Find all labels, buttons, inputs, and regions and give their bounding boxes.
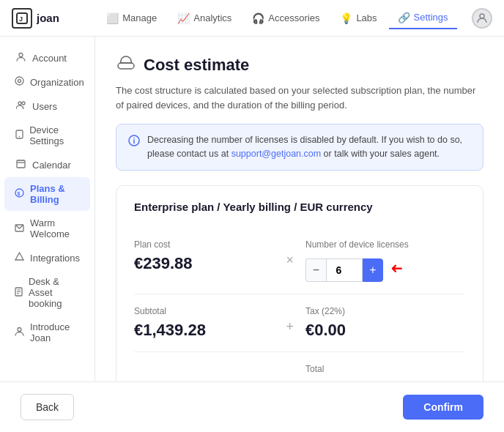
device-icon — [15, 130, 23, 141]
svg-marker-17 — [15, 253, 23, 260]
tax-value: €0.00 — [305, 321, 465, 340]
svg-point-26 — [133, 138, 135, 139]
cost-card: Enterprise plan / Yearly billing / EUR c… — [116, 185, 483, 382]
plan-cost-value: €239.88 — [134, 254, 277, 273]
sidebar-item-desk-booking[interactable]: Desk & Asset booking — [4, 270, 90, 315]
sidebar-item-organization[interactable]: Organization — [4, 70, 90, 94]
svg-point-22 — [18, 328, 21, 332]
nav-analytics[interactable]: 📈 Analytics — [168, 8, 240, 29]
calendar-icon — [15, 159, 26, 171]
nav-right — [472, 8, 492, 29]
logo-icon: J — [12, 8, 32, 29]
decrease-license-button[interactable]: − — [305, 258, 326, 282]
tax-label: Tax (22%) — [305, 306, 465, 316]
cost-row-total: Total €0.00 Billed Yearly — [134, 352, 465, 382]
sidebar-item-users[interactable]: Users — [4, 94, 90, 118]
introduce-icon — [15, 327, 24, 338]
increase-license-button[interactable]: + — [363, 258, 383, 282]
desk-icon — [15, 287, 23, 299]
sidebar-label-account: Account — [32, 53, 67, 64]
sidebar-label-welcome: Warm Welcome — [30, 217, 80, 239]
cost-row-subtotal: Subtotal €1,439.28 + Tax (22%) €0.00 — [134, 294, 465, 352]
nav-settings[interactable]: 🔗 Settings — [389, 7, 457, 29]
svg-point-4 — [15, 77, 23, 85]
account-icon — [15, 52, 26, 64]
layout: Account Organization Users Device Settin… — [0, 37, 504, 381]
logo: J joan — [12, 8, 59, 29]
subtotal-cell: Subtotal €1,439.28 + — [134, 306, 294, 340]
nav-labs[interactable]: 💡 Labs — [331, 8, 385, 29]
sidebar-label-org: Organization — [30, 77, 84, 88]
licenses-label: Number of device licenses — [305, 239, 465, 250]
info-icon — [128, 134, 140, 152]
bottom-actions: Back Confirm — [0, 381, 504, 432]
license-counter: − + — [305, 258, 383, 282]
settings-icon: 🔗 — [398, 12, 410, 23]
sidebar-item-calendar[interactable]: Calendar — [4, 153, 90, 176]
org-icon — [15, 76, 24, 88]
cost-card-title: Enterprise plan / Yearly billing / EUR c… — [134, 201, 465, 213]
page-title: Cost estimate — [144, 56, 249, 75]
licenses-cell: Number of device licenses − + ➜ — [305, 239, 465, 282]
sidebar-label-billing: Plans & Billing — [30, 183, 80, 205]
multiply-operator: × — [286, 239, 294, 268]
plus-operator: + — [286, 306, 294, 335]
svg-text:J: J — [19, 15, 23, 23]
svg-text:$: $ — [18, 191, 21, 197]
page-description: The cost structure is calculated based o… — [116, 83, 483, 112]
sidebar-item-warm-welcome[interactable]: Warm Welcome — [4, 212, 90, 245]
sidebar-item-integrations[interactable]: Integrations — [4, 246, 90, 269]
red-arrow-icon: ➜ — [390, 259, 403, 277]
integrations-icon — [15, 252, 24, 264]
total-cell: Total €0.00 Billed Yearly — [305, 364, 465, 382]
sidebar-item-device-settings[interactable]: Device Settings — [4, 119, 90, 152]
sidebar-label-introduce: Introduce Joan — [30, 321, 80, 343]
info-banner: Decreasing the number of licenses is dis… — [116, 124, 483, 171]
cost-row-plan: Plan cost €239.88 × Number of device lic… — [134, 228, 465, 294]
svg-point-3 — [19, 53, 23, 57]
labs-icon: 💡 — [340, 12, 352, 24]
billing-icon: $ — [15, 188, 24, 200]
sidebar-item-account[interactable]: Account — [4, 46, 90, 70]
sidebar-label-desk: Desk & Asset booking — [29, 276, 80, 309]
plan-cost-cell: Plan cost €239.88 × — [134, 239, 294, 282]
sidebar-label-device: Device Settings — [29, 124, 80, 146]
nav-manage[interactable]: ⬜ Manage — [97, 8, 166, 29]
users-icon — [15, 100, 26, 112]
sidebar-item-introduce-joan[interactable]: Introduce Joan — [4, 316, 90, 349]
svg-rect-8 — [16, 130, 23, 138]
avatar-button[interactable] — [472, 8, 492, 29]
sidebar-label-users: Users — [32, 101, 57, 112]
svg-point-5 — [18, 80, 21, 83]
welcome-icon — [15, 223, 24, 234]
page-header-icon — [116, 54, 136, 76]
confirm-button[interactable]: Confirm — [403, 395, 483, 420]
manage-icon: ⬜ — [106, 12, 119, 24]
top-nav: J joan ⬜ Manage 📈 Analytics 🎧 Accessorie… — [0, 0, 504, 37]
page-header: Cost estimate — [116, 54, 483, 76]
subtotal-value: €1,439.28 — [134, 321, 277, 340]
main-content: Cost estimate The cost structure is calc… — [95, 37, 504, 381]
logo-text: joan — [37, 12, 59, 24]
sidebar-label-integrations: Integrations — [30, 253, 80, 264]
sidebar-item-plans-billing[interactable]: $ Plans & Billing — [4, 177, 90, 211]
nav-accessories[interactable]: 🎧 Accessories — [243, 8, 328, 29]
info-text: Decreasing the number of licenses is dis… — [147, 133, 471, 161]
back-button[interactable]: Back — [21, 394, 74, 420]
support-link[interactable]: support@getjoan.com — [231, 149, 321, 159]
plan-cost-label: Plan cost — [134, 239, 277, 250]
analytics-icon: 📈 — [177, 12, 190, 24]
svg-point-2 — [480, 14, 484, 18]
svg-point-7 — [22, 102, 25, 105]
svg-point-6 — [18, 102, 21, 105]
sidebar: Account Organization Users Device Settin… — [0, 37, 95, 381]
svg-rect-10 — [17, 160, 25, 168]
total-label: Total — [305, 364, 465, 374]
accessories-icon: 🎧 — [252, 12, 264, 24]
tax-cell: Tax (22%) €0.00 — [305, 306, 465, 340]
license-input[interactable] — [326, 258, 363, 282]
nav-items: ⬜ Manage 📈 Analytics 🎧 Accessories 💡 Lab… — [83, 7, 472, 29]
subtotal-label: Subtotal — [134, 306, 277, 316]
sidebar-label-calendar: Calendar — [32, 160, 71, 171]
